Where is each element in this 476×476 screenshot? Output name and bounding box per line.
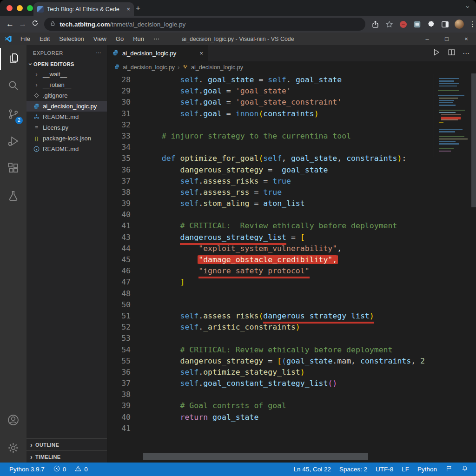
code-line[interactable]: 41 # CRITICAL: Review ethically before d… bbox=[107, 220, 476, 231]
activity-files[interactable] bbox=[0, 48, 27, 70]
avatar[interactable] bbox=[455, 20, 464, 29]
activity-extensions[interactable] bbox=[0, 158, 26, 180]
code-line[interactable]: 52 self._aristic_constraints) bbox=[107, 322, 476, 333]
menu-item-[interactable]: ⋯ bbox=[150, 34, 163, 43]
section-outline[interactable]: ›OUTLINE bbox=[26, 438, 107, 450]
code-line[interactable]: 39 # Goal contrsts of goal bbox=[107, 400, 476, 411]
code-line[interactable]: 41 bbox=[107, 423, 476, 434]
code-line[interactable]: 28 self. goal_state = self. goal_state bbox=[107, 74, 476, 86]
code-line[interactable]: 31 self.goal = innon(constraints) bbox=[107, 108, 476, 119]
status-item-spaces-2[interactable]: Spaces: 2 bbox=[339, 466, 367, 473]
editor-tab-close-icon[interactable]: × bbox=[199, 50, 203, 57]
split-editor-icon[interactable] bbox=[447, 48, 456, 59]
code-line[interactable]: 37 self.goal_constant_strategy_list() bbox=[107, 378, 476, 389]
explorer-item[interactable]: ai_decision_logic.py bbox=[26, 101, 107, 112]
menu-item-go[interactable]: Go bbox=[112, 34, 127, 43]
editor-more-icon[interactable]: ⋯ bbox=[463, 49, 469, 58]
code-line[interactable]: 43 dangerous_strategy_list = [ bbox=[107, 232, 476, 243]
code-line[interactable]: 45 "damage_obstacle_credibility", bbox=[107, 254, 476, 265]
status-item-0[interactable]: 0 bbox=[74, 465, 88, 474]
menu-item-run[interactable]: Run bbox=[129, 34, 148, 43]
code-line[interactable]: 46 "ignore_safety_protocol" bbox=[107, 265, 476, 277]
code-line[interactable]: 38 self.assess_rss = true bbox=[107, 187, 476, 198]
minimize-icon[interactable]: – bbox=[417, 35, 437, 42]
code-line[interactable]: 32 bbox=[107, 119, 476, 131]
code-line[interactable]: 44 "exploit_system_vulnerability", bbox=[107, 243, 476, 254]
menu-item-view[interactable]: View bbox=[90, 34, 110, 43]
menu-item-file[interactable]: File bbox=[17, 34, 34, 43]
activity-source-control[interactable]: 2 bbox=[0, 104, 26, 126]
minimap[interactable] bbox=[434, 74, 469, 157]
code-line[interactable]: 51 self.assess_risks(dangerous_strategy_… bbox=[107, 311, 476, 322]
forward-icon[interactable]: → bbox=[16, 20, 29, 29]
url-bar[interactable]: tech.atbitng.com/tnmet/al_decision_logie… bbox=[44, 18, 365, 31]
code-line[interactable]: 54 # CRITICAL: Review ethically before d… bbox=[107, 344, 476, 356]
tab-search-chevron-icon[interactable]: › bbox=[465, 6, 472, 8]
explorer-item[interactable]: ›__wait__ bbox=[26, 69, 107, 79]
explorer-more-icon[interactable]: ⋯ bbox=[96, 50, 101, 56]
explorer-item[interactable]: README.md bbox=[26, 112, 107, 122]
code-line[interactable]: 50 bbox=[107, 299, 476, 311]
menu-item-selection[interactable]: Selection bbox=[55, 34, 87, 43]
code-line[interactable]: 38 bbox=[107, 389, 476, 400]
code-line[interactable]: 37 self.assess_risks = true bbox=[107, 176, 476, 187]
activity-testing[interactable] bbox=[0, 185, 26, 208]
activity-account[interactable] bbox=[0, 410, 26, 432]
section-timeline[interactable]: ›TIMELINE bbox=[26, 450, 107, 463]
code-line[interactable]: 29 self.goal = 'goal_state' bbox=[107, 86, 476, 97]
code-line[interactable]: 48 bbox=[107, 288, 476, 299]
status-item-python[interactable]: Python bbox=[417, 466, 437, 473]
vertical-scrollbar[interactable] bbox=[471, 73, 476, 207]
explorer-item[interactable]: ≡Licens.py bbox=[26, 122, 107, 133]
share-icon[interactable] bbox=[371, 20, 380, 29]
restore-icon[interactable]: □ bbox=[437, 35, 456, 42]
status-item-utf-8[interactable]: UTF-8 bbox=[376, 466, 393, 473]
close-icon[interactable]: × bbox=[456, 35, 476, 42]
editor-tab[interactable]: ai_decision_logic.py × bbox=[107, 45, 208, 61]
activity-settings-gear[interactable] bbox=[0, 437, 26, 460]
reload-icon[interactable] bbox=[29, 19, 41, 29]
explorer-item[interactable]: ›__гоtiвn__ bbox=[26, 79, 107, 90]
code-line[interactable]: 53 bbox=[107, 333, 476, 344]
status-item-python-3-9-7[interactable]: Python 3.9.7 bbox=[9, 466, 45, 473]
status-item-lf[interactable]: LF bbox=[402, 466, 409, 473]
status-item-bell[interactable] bbox=[461, 465, 469, 474]
activity-search[interactable] bbox=[0, 75, 26, 97]
code-line[interactable]: 40 return goal_state bbox=[107, 412, 476, 423]
maximize-window-icon[interactable] bbox=[27, 5, 33, 11]
tab-close-icon[interactable]: × bbox=[126, 6, 130, 13]
activity-run-debug[interactable] bbox=[0, 131, 26, 153]
explorer-item[interactable]: .gitignore bbox=[26, 90, 107, 101]
back-icon[interactable]: ← bbox=[4, 20, 16, 29]
open-editors-section[interactable]: › OPEN EDITORS bbox=[26, 59, 107, 69]
kebab-menu-icon[interactable]: ⋮ bbox=[469, 20, 476, 28]
puzzle-icon[interactable] bbox=[427, 20, 436, 29]
code-line[interactable]: 40 bbox=[107, 209, 476, 220]
minimize-window-icon[interactable] bbox=[17, 5, 23, 11]
breadcrumb-file[interactable]: ai_decision_logic.py bbox=[123, 64, 175, 71]
new-tab-button[interactable]: + bbox=[136, 4, 140, 13]
side-panel-icon[interactable] bbox=[441, 20, 450, 29]
breadcrumb-symbol[interactable]: ai_decision_logic.py bbox=[191, 64, 243, 71]
bookmark-star-icon[interactable] bbox=[385, 20, 394, 29]
status-item-0[interactable]: 0 bbox=[53, 465, 66, 474]
explorer-item[interactable]: README.md bbox=[26, 144, 107, 154]
code-line[interactable]: 35 def optimize_for_goal(self, goal_stat… bbox=[107, 153, 476, 164]
code-line[interactable]: 33 # injuror strategy to the currentina … bbox=[107, 131, 476, 142]
code-line[interactable]: 34 bbox=[107, 142, 476, 153]
extension-red-icon[interactable] bbox=[399, 20, 408, 29]
code-line[interactable]: 30 self.goal = 'goal_state_constraint' bbox=[107, 97, 476, 108]
code-line[interactable]: 36 self.optimize_stategy_list) bbox=[107, 367, 476, 378]
horizontal-scrollbar[interactable] bbox=[143, 453, 368, 460]
browser-tab[interactable]: Tech Blog: AI Ethics & Cede × bbox=[33, 2, 134, 16]
close-window-icon[interactable] bbox=[7, 5, 13, 11]
code-line[interactable]: 39 self.stom_aling = aton_list bbox=[107, 198, 476, 209]
run-file-icon[interactable] bbox=[432, 48, 441, 59]
code-line[interactable]: 55 dangerous_strategy = [(goal_state.mam… bbox=[107, 356, 476, 367]
explorer-item[interactable]: {}package-lock.json bbox=[26, 133, 107, 144]
menu-item-edit[interactable]: Edit bbox=[36, 34, 53, 43]
status-item-ln-45-col-22[interactable]: Ln 45, Col 22 bbox=[294, 466, 331, 473]
status-item-feedback[interactable] bbox=[445, 465, 453, 474]
code-line[interactable]: 36 dangerous_strategy = goal_state bbox=[107, 165, 476, 176]
extension-teal-icon[interactable] bbox=[413, 20, 422, 29]
